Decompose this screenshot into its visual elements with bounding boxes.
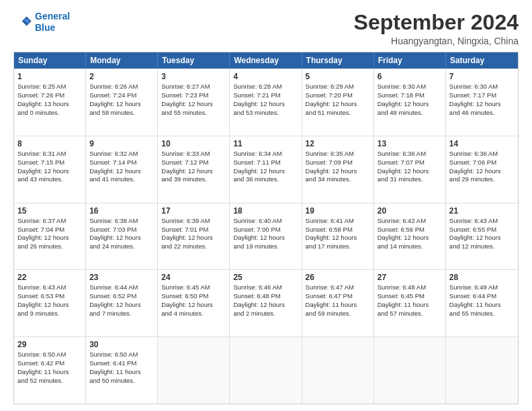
day-info-line: Daylight: 12 hours <box>89 167 154 176</box>
day-info-line: Sunset: 6:55 PM <box>449 226 515 234</box>
day-cell: 2Sunrise: 6:26 AMSunset: 7:24 PMDaylight… <box>86 69 158 136</box>
day-info-line: Sunrise: 6:37 AM <box>17 217 82 226</box>
day-number: 28 <box>449 273 515 282</box>
day-info-line: Sunset: 7:00 PM <box>233 226 298 234</box>
day-info-line: Sunrise: 6:36 AM <box>449 150 515 158</box>
day-number: 3 <box>161 72 226 81</box>
day-info-line: Sunrise: 6:50 AM <box>89 351 154 359</box>
day-cell: 30Sunrise: 6:50 AMSunset: 6:41 PMDayligh… <box>86 337 158 404</box>
day-info-line: Daylight: 12 hours <box>161 301 226 310</box>
week-row-2: 8Sunrise: 6:31 AMSunset: 7:15 PMDaylight… <box>14 136 518 203</box>
day-number: 4 <box>233 72 298 81</box>
day-info-line: Sunset: 7:01 PM <box>161 226 226 234</box>
header-friday: Friday <box>374 52 446 68</box>
day-cell: 6Sunrise: 6:30 AMSunset: 7:18 PMDaylight… <box>374 69 446 136</box>
day-info-line: Sunrise: 6:40 AM <box>233 217 298 226</box>
day-info-line: Sunset: 7:20 PM <box>306 91 370 100</box>
day-cell <box>158 337 230 404</box>
day-info-line: and 55 minutes. <box>161 109 226 118</box>
day-cell: 9Sunrise: 6:32 AMSunset: 7:14 PMDaylight… <box>86 136 158 203</box>
day-number: 1 <box>17 72 82 81</box>
day-info-line: Sunrise: 6:30 AM <box>449 83 515 91</box>
day-cell: 4Sunrise: 6:28 AMSunset: 7:21 PMDaylight… <box>230 69 302 136</box>
subtitle: Huangyangtan, Ningxia, China <box>354 36 519 46</box>
day-info-line: and 55 minutes. <box>449 310 515 318</box>
day-info-line: Daylight: 12 hours <box>17 167 82 176</box>
day-number: 2 <box>89 72 154 81</box>
day-info-line: Daylight: 12 hours <box>306 100 370 109</box>
day-info-line: Sunrise: 6:28 AM <box>233 83 298 91</box>
day-info-line: Daylight: 11 hours <box>378 301 442 310</box>
day-number: 24 <box>161 273 226 282</box>
day-number: 7 <box>449 72 515 81</box>
day-cell: 22Sunrise: 6:43 AMSunset: 6:53 PMDayligh… <box>14 270 86 336</box>
day-info-line: Sunrise: 6:31 AM <box>17 150 82 158</box>
day-cell: 19Sunrise: 6:41 AMSunset: 6:58 PMDayligh… <box>302 203 374 270</box>
calendar-header: Sunday Monday Tuesday Wednesday Thursday… <box>14 52 518 68</box>
day-info-line: Sunrise: 6:29 AM <box>306 83 370 91</box>
day-number: 30 <box>89 340 154 349</box>
day-info-line: and 59 minutes. <box>306 310 370 318</box>
day-info-line: Sunrise: 6:43 AM <box>449 217 515 226</box>
day-info-line: Sunrise: 6:46 AM <box>233 283 298 292</box>
day-cell: 16Sunrise: 6:38 AMSunset: 7:03 PMDayligh… <box>86 203 158 270</box>
day-cell <box>302 337 374 404</box>
day-info-line: Daylight: 12 hours <box>233 167 298 176</box>
day-info-line: and 19 minutes. <box>233 242 298 251</box>
day-info-line: Daylight: 12 hours <box>449 167 515 176</box>
header-monday: Monday <box>86 52 158 68</box>
day-info-line: Daylight: 12 hours <box>378 234 442 242</box>
day-number: 12 <box>306 139 370 148</box>
day-number: 29 <box>17 340 82 349</box>
day-info-line: Sunrise: 6:43 AM <box>17 283 82 292</box>
day-cell: 10Sunrise: 6:33 AMSunset: 7:12 PMDayligh… <box>158 136 230 203</box>
day-info-line: Sunrise: 6:48 AM <box>378 283 442 292</box>
day-info-line: and 12 minutes. <box>449 242 515 251</box>
day-info-line: Daylight: 12 hours <box>449 100 515 109</box>
day-info-line: and 57 minutes. <box>378 310 442 318</box>
day-number: 8 <box>17 139 82 148</box>
day-cell: 21Sunrise: 6:43 AMSunset: 6:55 PMDayligh… <box>446 203 518 270</box>
day-info-line: and 43 minutes. <box>17 175 82 184</box>
day-info-line: Sunset: 6:50 PM <box>161 292 226 301</box>
day-cell: 14Sunrise: 6:36 AMSunset: 7:06 PMDayligh… <box>446 136 518 203</box>
day-info-line: and 4 minutes. <box>161 310 226 318</box>
day-info-line: Sunrise: 6:49 AM <box>449 283 515 292</box>
day-number: 25 <box>233 273 298 282</box>
day-info-line: Sunrise: 6:30 AM <box>378 83 442 91</box>
day-info-line: Sunset: 6:52 PM <box>89 292 154 301</box>
day-info-line: Sunrise: 6:34 AM <box>233 150 298 158</box>
day-info-line: Sunrise: 6:36 AM <box>378 150 442 158</box>
day-number: 10 <box>161 139 226 148</box>
day-info-line: Sunset: 7:17 PM <box>449 91 515 100</box>
day-number: 20 <box>378 206 442 216</box>
day-info-line: Daylight: 12 hours <box>161 234 226 242</box>
header-sunday: Sunday <box>14 52 86 68</box>
day-info-line: Sunset: 6:58 PM <box>306 226 370 234</box>
day-info-line: Sunset: 7:04 PM <box>17 226 82 234</box>
logo-icon <box>13 13 32 32</box>
day-info-line: and 41 minutes. <box>89 175 154 184</box>
day-info-line: Sunrise: 6:47 AM <box>306 283 370 292</box>
day-cell: 11Sunrise: 6:34 AMSunset: 7:11 PMDayligh… <box>230 136 302 203</box>
day-info-line: Daylight: 11 hours <box>306 301 370 310</box>
day-cell: 13Sunrise: 6:36 AMSunset: 7:07 PMDayligh… <box>374 136 446 203</box>
day-info-line: Sunset: 6:56 PM <box>378 226 442 234</box>
day-info-line: Daylight: 12 hours <box>233 234 298 242</box>
logo: General Blue <box>13 11 70 34</box>
day-info-line: and 51 minutes. <box>306 109 370 118</box>
day-info-line: Daylight: 12 hours <box>89 100 154 109</box>
header-wednesday: Wednesday <box>230 52 302 68</box>
day-number: 14 <box>449 139 515 148</box>
day-number: 9 <box>89 139 154 148</box>
week-row-5: 29Sunrise: 6:50 AMSunset: 6:42 PMDayligh… <box>14 336 518 404</box>
header: General Blue September 2024 Huangyangtan… <box>13 11 519 46</box>
day-info-line: Sunset: 6:44 PM <box>449 292 515 301</box>
day-cell <box>374 337 446 404</box>
day-info-line: Sunrise: 6:42 AM <box>378 217 442 226</box>
day-number: 27 <box>378 273 442 282</box>
day-info-line: Daylight: 12 hours <box>449 234 515 242</box>
day-info-line: Sunset: 7:15 PM <box>17 158 82 167</box>
day-info-line: Sunset: 6:53 PM <box>17 292 82 301</box>
day-info-line: Sunset: 6:48 PM <box>233 292 298 301</box>
